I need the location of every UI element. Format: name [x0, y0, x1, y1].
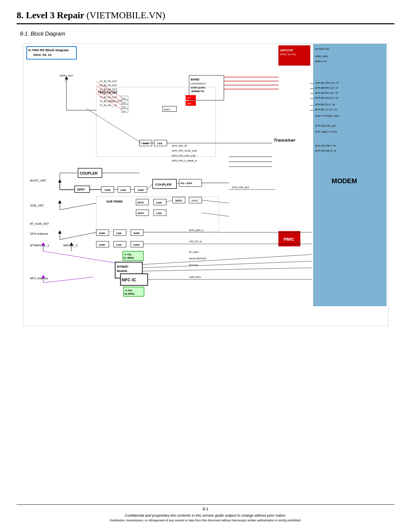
svg-text:WTR GPS BQ Q / M: WTR GPS BQ Q / M — [315, 150, 336, 152]
svg-text:SAW: SAW — [99, 243, 105, 246]
svg-text:SAW: SAW — [143, 142, 149, 145]
svg-text:WTR SSBB_TX GPS: WTR SSBB_TX GPS — [315, 131, 337, 133]
svg-text:LNA: LNA — [157, 142, 162, 145]
svg-text:WTR BB_TX Q,P / M: WTR BB_TX Q,P / M — [315, 108, 337, 111]
svg-marker-127 — [58, 230, 61, 234]
svg-text:PA_B2_PA_OUT: PA_B2_PA_OUT — [99, 84, 117, 87]
svg-line-164 — [202, 213, 229, 216]
svg-text:GPS_RF_IN: GPS_RF_IN — [189, 240, 202, 243]
page-number: 8-1 — [17, 507, 394, 511]
svg-line-125 — [60, 203, 96, 210]
svg-text:WTR BB GPS Q,P / M: WTR BB GPS Q,P / M — [315, 97, 338, 99]
svg-text:SPDT: SPDT — [175, 199, 182, 202]
svg-line-188 — [86, 109, 139, 142]
svg-text:TX_B4_PA_OUT: TX_B4_PA_OUT — [99, 92, 117, 95]
svg-text:WTR_PRX_G_BANK_B: WTR_PRX_G_BANK_B — [172, 160, 197, 162]
svg-text:WTR_PRX_GSE_SUB: WTR_PRX_GSE_SUB — [172, 155, 195, 157]
svg-text:MODEM: MODEM — [332, 177, 357, 185]
svg-text:LNA: LNA — [156, 212, 162, 215]
svg-text:SUB FEMID: SUB FEMID — [106, 200, 123, 203]
svg-text:WTR SSB PRX_DB: WTR SSB PRX_DB — [315, 125, 336, 127]
svg-text:SAW: SAW — [138, 189, 144, 192]
svg-text:QFE1100: QFE1100 — [280, 49, 293, 52]
svg-text:LPF: LPF — [122, 110, 126, 112]
svg-line-128 — [60, 232, 96, 240]
svg-marker-124 — [58, 200, 61, 203]
svg-text:NFC IC: NFC IC — [122, 277, 136, 282]
svg-text:TX_B3_PA_OUT: TX_B3_PA_OUT — [99, 88, 117, 91]
svg-line-139 — [143, 268, 312, 271]
svg-text:MAIN_ANT.: MAIN_ANT. — [60, 74, 74, 77]
svg-text:LPF: LPF — [122, 102, 126, 104]
svg-text:LNA: LNA — [156, 201, 162, 204]
footer-distribution: Distribution, transmission, or infringem… — [17, 519, 394, 522]
svg-text:DUPX: DUPX — [164, 108, 170, 111]
svg-text:SAW: SAW — [99, 232, 105, 235]
svg-text:BT/WiFiAnt._1: BT/WiFiAnt._1 — [30, 244, 49, 247]
svg-text:Tranceiver: Tranceiver — [273, 138, 295, 143]
svg-text:BT/WiFi: BT/WiFi — [117, 265, 128, 268]
svg-text:GSM QUAD: GSM QUAD — [191, 86, 205, 89]
svg-text:BT UART: BT UART — [189, 251, 199, 253]
svg-text:WLAN SDIO/I2S: WLAN SDIO/I2S — [189, 257, 206, 260]
svg-text:COUPLER: COUPLER — [79, 171, 97, 175]
svg-text:TX_B5_MMMB_OUT: TX_B5_MMMB_OUT — [99, 100, 122, 103]
svg-text:LNA: LNA — [116, 232, 122, 235]
svg-text:PMIC: PMIC — [283, 237, 294, 242]
block-diagram: K-TMO RF Block Diagram 2014. 03. 21 MODE… — [23, 44, 388, 326]
svg-text:B1/4/7_ANT.: B1/4/7_ANT. — [30, 179, 47, 182]
svg-text:SAW: SAW — [133, 232, 140, 235]
svg-line-133 — [43, 251, 115, 263]
svg-text:2014. 03. 21: 2014. 03. 21 — [33, 53, 52, 57]
svg-text:WTR GPS BB P / M: WTR GPS BB P / M — [315, 145, 336, 147]
svg-text:Module: Module — [117, 269, 127, 273]
svg-text:(PMIC for PA): (PMIC for PA) — [279, 53, 296, 56]
page-header: 8. Level 3 Repair (VIETMOBILE.VN) — [17, 10, 394, 24]
section-title: 8-1. Block Diagram — [20, 31, 394, 37]
svg-text:SP4T: SP4T — [137, 201, 144, 204]
svg-text:GPS Antenna: GPS Antenna — [30, 232, 48, 235]
svg-text:X-TAL: X-TAL — [124, 253, 132, 256]
svg-text:K-TMO RF Block Diagram: K-TMO RF Block Diagram — [28, 48, 68, 52]
svg-text:WREL DATA: WREL DATA — [315, 55, 328, 58]
svg-text:WTR BB TX1 P / M: WTR BB TX1 P / M — [315, 103, 335, 106]
svg-text:COUPLER: COUPLER — [155, 183, 171, 186]
svg-text:WTR BB_PRX Q,P / M: WTR BB_PRX Q,P / M — [315, 82, 339, 84]
svg-text:SUB_ANT.: SUB_ANT. — [30, 204, 44, 207]
svg-text:1/2/3/4/5/8/17: 1/2/3/4/5/8/17 — [190, 82, 206, 85]
svg-text:WTR_DRX_IN: WTR_DRX_IN — [172, 145, 187, 147]
svg-text:LNA: LNA — [120, 189, 126, 192]
svg-text:37.4MHz: 37.4MHz — [123, 256, 134, 259]
svg-text:WREL CLK: WREL CLK — [315, 60, 327, 63]
svg-text:BT DATA P/M: BT DATA P/M — [315, 48, 329, 50]
svg-line-163 — [202, 200, 229, 203]
svg-text:WTR_PRX_BLK: WTR_PRX_BLK — [232, 186, 249, 189]
svg-text:WTR BB DRX Q,P / M: WTR BB DRX Q,P / M — [315, 92, 338, 94]
svg-text:PA + DPX: PA + DPX — [180, 182, 192, 185]
footer-confidential: Confidential and proprietary-the content… — [17, 513, 394, 517]
svg-text:TX_B2_PA_OUT: TX_B2_PA_OUT — [99, 80, 117, 83]
svg-line-137 — [143, 255, 312, 265]
svg-text:UMS DATA: UMS DATA — [189, 276, 201, 278]
svg-text:19.2MHz: 19.2MHz — [124, 292, 135, 295]
page-footer: 8-1 Confidential and proprietary-the con… — [17, 504, 394, 522]
svg-line-162 — [166, 200, 172, 202]
svg-text:BAND: BAND — [191, 78, 199, 81]
svg-text:MMMB PA: MMMB PA — [191, 90, 204, 93]
page-title: 8. Level 3 Repair (VIETMOBILE.VN) — [17, 10, 165, 20]
svg-text:LNA: LNA — [116, 243, 122, 246]
svg-line-158 — [176, 183, 179, 184]
svg-text:SPBT: SPBT — [191, 199, 198, 202]
page: 8. Level 3 Repair (VIETMOBILE.VN) 8-1. B… — [0, 0, 411, 532]
svg-text:LPF: LPF — [122, 97, 126, 99]
svg-line-157 — [147, 184, 153, 190]
svg-text:BT PCM: BT PCM — [189, 264, 198, 266]
svg-text:SAW: SAW — [104, 189, 111, 192]
svg-line-138 — [143, 261, 312, 268]
svg-line-136 — [43, 277, 93, 283]
svg-text:SAW: SAW — [133, 243, 140, 246]
svg-text:WTR BB/PRX Q,P / M: WTR BB/PRX Q,P / M — [315, 87, 338, 89]
svg-text:NFC Antenna: NFC Antenna — [30, 277, 48, 280]
svg-text:TX_B1_PA___M: TX_B1_PA___M — [99, 104, 117, 107]
svg-text:LPF: LPF — [122, 106, 126, 108]
